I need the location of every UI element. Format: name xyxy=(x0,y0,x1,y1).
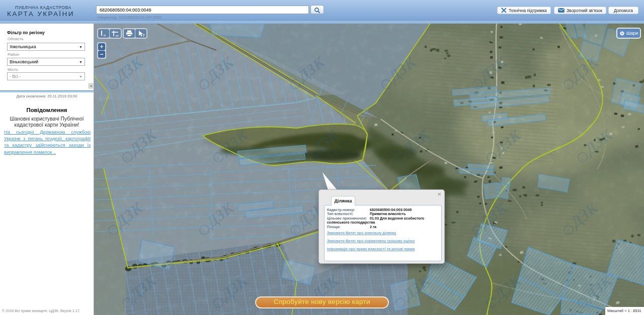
svg-text:м: м xyxy=(104,34,106,37)
svg-text:м²: м² xyxy=(116,34,119,37)
svg-text:?: ? xyxy=(142,33,145,37)
